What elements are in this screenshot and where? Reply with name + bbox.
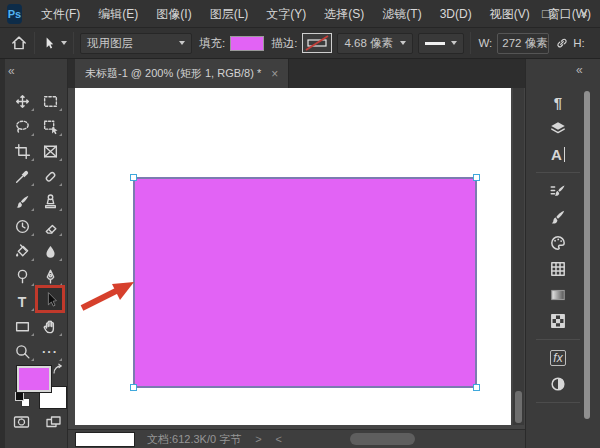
vertical-scrollbar-thumb[interactable]	[515, 391, 522, 423]
resize-handle-bottom-left[interactable]	[130, 384, 137, 391]
menu-filter[interactable]: 滤镜(T)	[373, 0, 430, 28]
history-brush-tool[interactable]	[8, 214, 36, 239]
path-selection-tool[interactable]	[38, 288, 62, 310]
styles-panel-button[interactable]: fx	[543, 345, 573, 371]
canvas-shape-rectangle[interactable]	[133, 177, 477, 388]
minimize-button[interactable]: –	[500, 0, 516, 28]
shape-width-field[interactable]: 272 像素	[497, 33, 549, 54]
stroke-color-swatch[interactable]	[302, 33, 332, 53]
brush-settings-panel-button[interactable]	[543, 178, 573, 204]
photoshop-logo-icon[interactable]: Ps	[7, 4, 22, 24]
menu-edit[interactable]: 编辑(E)	[89, 0, 147, 28]
patterns-panel-button[interactable]	[543, 308, 573, 334]
menu-select[interactable]: 选择(S)	[315, 0, 373, 28]
swap-colors-icon[interactable]	[51, 362, 65, 376]
stroke-width-value: 4.68 像素	[344, 36, 394, 51]
color-panel-button[interactable]	[543, 230, 573, 256]
screen-mode-icon[interactable]	[44, 414, 63, 430]
crop-tool[interactable]	[8, 139, 36, 164]
gradients-panel-button[interactable]	[543, 282, 573, 308]
select-mode-dropdown[interactable]: 现用图层	[80, 33, 192, 54]
panel-scrollbar-thumb[interactable]	[584, 91, 590, 419]
quick-mask-icon[interactable]	[12, 414, 31, 430]
brushes-panel-button[interactable]	[543, 204, 573, 230]
window-controls: – □ ×	[500, 0, 592, 28]
frame-tool[interactable]	[36, 139, 64, 164]
menu-layer[interactable]: 图层(L)	[201, 0, 258, 28]
hand-tool[interactable]	[36, 314, 64, 339]
swatches-grid-icon	[549, 260, 567, 278]
height-label: H:	[573, 37, 585, 49]
character-icon: A	[551, 147, 565, 162]
stroke-width-dropdown[interactable]: 4.68 像素	[337, 33, 413, 54]
layers-icon	[549, 119, 567, 137]
document-tab[interactable]: 未标题-1 @ 200% (矩形 1, RGB/8) * ×	[75, 59, 289, 88]
character-panel-button[interactable]: A	[543, 141, 573, 167]
status-arrow-right-icon[interactable]: >	[255, 433, 261, 445]
divider	[536, 172, 580, 173]
rectangle-tool[interactable]	[8, 314, 36, 339]
clone-stamp-tool[interactable]	[36, 189, 64, 214]
eyedropper-icon	[14, 168, 31, 185]
separator	[34, 32, 35, 54]
type-tool[interactable]: T	[8, 289, 36, 314]
adjustments-panel-button[interactable]	[543, 371, 573, 397]
paragraph-panel-button[interactable]: ¶	[543, 89, 573, 115]
hand-icon	[42, 318, 59, 335]
panel-icons: ¶ A	[534, 89, 582, 408]
home-button[interactable]	[10, 34, 28, 52]
healing-brush-tool[interactable]	[36, 164, 64, 189]
canvas-area[interactable]	[68, 88, 525, 429]
blur-drop-icon	[42, 243, 59, 260]
dodge-tool[interactable]	[8, 264, 36, 289]
maximize-button[interactable]: □	[538, 0, 554, 28]
brush-panel-icon	[549, 208, 567, 226]
resize-handle-bottom-right[interactable]	[473, 384, 480, 391]
resize-handle-top-left[interactable]	[130, 174, 137, 181]
menu-3d[interactable]: 3D(D)	[431, 0, 481, 28]
menu-type[interactable]: 文字(Y)	[257, 0, 315, 28]
chevron-down-icon	[400, 41, 406, 45]
object-selection-tool[interactable]	[36, 114, 64, 139]
fill-color-swatch[interactable]	[230, 36, 264, 51]
tool-options-bar: 现用图层 填充: 描边: 4.68 像素 W: 272 像素 H:	[0, 28, 600, 59]
solid-line-icon	[425, 42, 445, 45]
menu-image[interactable]: 图像(I)	[147, 0, 200, 28]
default-foreground-swatch[interactable]	[15, 392, 24, 401]
swatches-panel-button[interactable]	[543, 256, 573, 282]
blur-tool[interactable]	[36, 239, 64, 264]
vertical-scrollbar[interactable]	[513, 88, 524, 425]
foreground-color-swatch[interactable]	[17, 366, 51, 392]
zoom-level-input[interactable]	[75, 432, 135, 447]
chevron-down-icon	[179, 41, 185, 45]
menu-file[interactable]: 文件(F)	[32, 0, 89, 28]
brush-tool[interactable]	[8, 189, 36, 214]
status-arrow-left-icon[interactable]: <	[276, 433, 282, 445]
paint-bucket-tool[interactable]	[8, 239, 36, 264]
lasso-tool[interactable]	[8, 114, 36, 139]
close-button[interactable]: ×	[576, 0, 592, 28]
edit-toolbar-button[interactable]: ···	[36, 339, 64, 364]
layers-panel-button[interactable]	[543, 115, 573, 141]
eyedropper-tool[interactable]	[8, 164, 36, 189]
stroke-style-dropdown[interactable]	[418, 33, 464, 54]
fx-icon: fx	[550, 350, 565, 366]
collapse-panels-button[interactable]: «	[576, 63, 582, 77]
document-tab-title: 未标题-1 @ 200% (矩形 1, RGB/8) *	[85, 66, 261, 81]
move-tool[interactable]	[8, 89, 36, 114]
collapse-toolbar-button[interactable]: «	[8, 64, 14, 78]
current-tool-button[interactable]	[41, 35, 67, 51]
lasso-icon	[14, 118, 31, 135]
color-palette-icon	[549, 234, 567, 252]
document-page[interactable]	[75, 88, 511, 425]
separator	[470, 32, 471, 54]
eraser-tool[interactable]	[36, 214, 64, 239]
zoom-tool[interactable]	[8, 339, 36, 364]
horizontal-scrollbar-thumb[interactable]	[350, 433, 415, 445]
gradient-icon	[549, 286, 567, 304]
tab-close-icon[interactable]: ×	[271, 67, 278, 81]
marquee-tool[interactable]	[36, 89, 64, 114]
width-label: W:	[478, 37, 492, 49]
link-dimensions-button[interactable]	[555, 36, 569, 50]
resize-handle-top-right[interactable]	[473, 174, 480, 181]
